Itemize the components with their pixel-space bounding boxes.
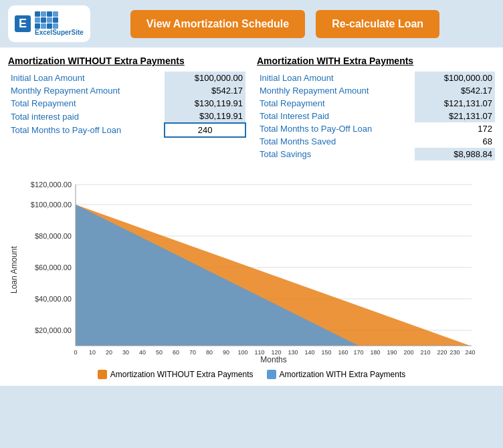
svg-text:190: 190 [387, 349, 397, 356]
svg-text:210: 210 [420, 349, 430, 356]
without-extra-section: Amortization WITHOUT Extra Payments Init… [8, 55, 246, 160]
label: Initial Loan Amount [257, 72, 415, 84]
header: E ExcelSuperSite View Amortization Sched… [0, 0, 503, 47]
table-row: Total interest paid $30,119.91 [8, 110, 245, 123]
label: Total Repayment [8, 97, 165, 110]
without-extra-title: Amortization WITHOUT Extra Payments [8, 55, 246, 66]
svg-text:40: 40 [139, 349, 146, 356]
y-axis-label: Loan Amount [7, 175, 19, 364]
chart-area: Loan Amount $120,000.00 $100,000.00 $80,… [0, 169, 503, 386]
label: Monthly Repayment Amount [8, 84, 165, 97]
logo-text: ExcelSuperSite [35, 29, 84, 37]
svg-text:0: 0 [74, 349, 77, 356]
label: Total Months to Pay-off Loan [8, 123, 165, 137]
svg-text:70: 70 [189, 349, 196, 356]
table-row: Total Repayment $121,131.07 [257, 97, 495, 110]
data-content: Amortization WITHOUT Extra Payments Init… [0, 47, 503, 169]
legend-label-with: Amortization WITH Extra Payments [280, 370, 406, 379]
table-row: Total Months Saved 68 [257, 135, 495, 148]
table-row: Monthly Repayment Amount $542.17 [257, 84, 495, 97]
value: 68 [415, 135, 495, 148]
svg-text:20: 20 [106, 349, 112, 356]
svg-text:90: 90 [223, 349, 229, 356]
label: Initial Loan Amount [8, 72, 165, 84]
chart-svg: $120,000.00 $100,000.00 $80,000.00 $60,0… [19, 175, 496, 364]
value: $100,000.00 [415, 72, 495, 84]
svg-text:30: 30 [122, 349, 129, 356]
chart-legend: Amortization WITHOUT Extra Payments Amor… [7, 364, 496, 386]
with-extra-table: Initial Loan Amount $100,000.00 Monthly … [257, 72, 495, 160]
table-row: Initial Loan Amount $100,000.00 [8, 72, 245, 84]
svg-text:60: 60 [173, 349, 179, 356]
svg-text:200: 200 [403, 349, 413, 356]
chart-svg-element: $120,000.00 $100,000.00 $80,000.00 $60,0… [19, 175, 496, 362]
table-row: Total Savings $8,988.84 [257, 148, 495, 160]
svg-text:80: 80 [206, 349, 213, 356]
legend-color-with [267, 370, 276, 379]
svg-text:150: 150 [321, 349, 331, 356]
svg-text:$60,000.00: $60,000.00 [35, 263, 72, 271]
table-row: Initial Loan Amount $100,000.00 [257, 72, 495, 84]
value-highlighted: 240 [165, 123, 245, 137]
header-buttons: View Amortization Schedule Re-calculate … [130, 10, 439, 38]
table-row: Total Months to Pay-off Loan 240 [8, 123, 245, 137]
value: $542.17 [415, 84, 495, 97]
value: $21,131.07 [415, 110, 495, 122]
view-amortization-button[interactable]: View Amortization Schedule [130, 10, 305, 38]
label: Total Repayment [257, 97, 415, 110]
value: $100,000.00 [165, 72, 245, 84]
table-row: Monthly Repayment Amount $542.17 [8, 84, 245, 97]
chart-container: Loan Amount $120,000.00 $100,000.00 $80,… [7, 175, 496, 364]
value: $542.17 [165, 84, 245, 97]
label: Total interest paid [8, 110, 165, 123]
logo: E ExcelSuperSite [8, 5, 90, 42]
svg-text:160: 160 [338, 349, 348, 356]
label: Total Months Saved [257, 135, 415, 148]
svg-text:140: 140 [304, 349, 314, 356]
svg-text:220: 220 [437, 349, 447, 356]
value: $8,988.84 [415, 148, 495, 160]
label: Total Months to Pay-Off Loan [257, 122, 415, 135]
table-row: Total Repayment $130,119.91 [8, 97, 245, 110]
without-extra-table: Initial Loan Amount $100,000.00 Monthly … [8, 72, 246, 138]
legend-item-with: Amortization WITH Extra Payments [267, 370, 406, 379]
svg-text:$80,000.00: $80,000.00 [35, 232, 72, 240]
legend-item-without: Amortization WITHOUT Extra Payments [98, 370, 254, 379]
label: Monthly Repayment Amount [257, 84, 415, 97]
logo-e-letter: E [15, 15, 31, 32]
svg-text:50: 50 [156, 349, 163, 356]
svg-text:100: 100 [237, 349, 247, 356]
value: 172 [415, 122, 495, 135]
svg-text:10: 10 [89, 349, 96, 356]
label: Total Interest Paid [257, 110, 415, 122]
table-row: Total Months to Pay-Off Loan 172 [257, 122, 495, 135]
svg-text:170: 170 [353, 349, 363, 356]
logo-grid [35, 11, 84, 29]
svg-text:$120,000.00: $120,000.00 [31, 181, 72, 189]
legend-label-without: Amortization WITHOUT Extra Payments [110, 370, 254, 379]
with-extra-title: Amortization WITH Extra Payments [257, 55, 495, 66]
recalculate-button[interactable]: Re-calculate Loan [316, 10, 439, 38]
svg-text:180: 180 [370, 349, 380, 356]
svg-text:130: 130 [288, 349, 298, 356]
label: Total Savings [257, 148, 415, 160]
table-row: Total Interest Paid $21,131.07 [257, 110, 495, 122]
svg-text:$100,000.00: $100,000.00 [31, 201, 72, 209]
svg-text:230: 230 [449, 349, 460, 356]
svg-text:$20,000.00: $20,000.00 [35, 326, 72, 334]
value: $130,119.91 [165, 97, 245, 110]
value: $121,131.07 [415, 97, 495, 110]
svg-text:240: 240 [465, 349, 475, 356]
svg-text:Months: Months [260, 355, 286, 362]
legend-color-without [98, 370, 107, 379]
with-extra-section: Amortization WITH Extra Payments Initial… [257, 55, 495, 160]
svg-text:$40,000.00: $40,000.00 [35, 295, 72, 303]
value: $30,119.91 [165, 110, 245, 123]
